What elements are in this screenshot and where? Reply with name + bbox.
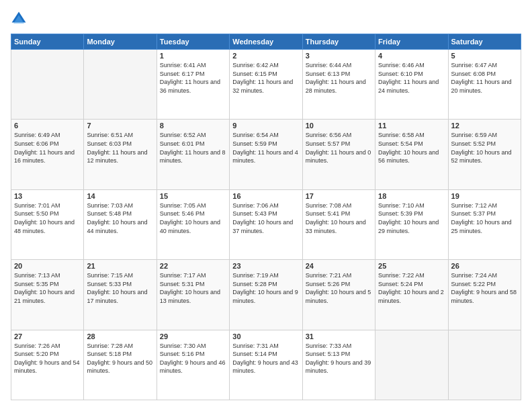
day-number: 22 <box>160 262 226 270</box>
calendar-cell: 19Sunrise: 7:12 AM Sunset: 5:37 PM Dayli… <box>448 189 521 259</box>
day-number: 26 <box>451 262 518 270</box>
day-number: 19 <box>451 192 518 200</box>
calendar-cell: 14Sunrise: 7:03 AM Sunset: 5:48 PM Dayli… <box>84 189 157 259</box>
calendar-cell <box>375 330 448 400</box>
day-info: Sunrise: 7:19 AM Sunset: 5:28 PM Dayligh… <box>232 271 299 305</box>
day-info: Sunrise: 7:17 AM Sunset: 5:31 PM Dayligh… <box>160 271 226 305</box>
day-info: Sunrise: 7:28 AM Sunset: 5:18 PM Dayligh… <box>87 342 153 375</box>
day-info: Sunrise: 6:59 AM Sunset: 5:52 PM Dayligh… <box>451 131 518 165</box>
day-info: Sunrise: 7:30 AM Sunset: 5:16 PM Dayligh… <box>160 342 226 375</box>
calendar-week-row: 27Sunrise: 7:26 AM Sunset: 5:20 PM Dayli… <box>11 330 521 400</box>
day-info: Sunrise: 6:54 AM Sunset: 5:59 PM Dayligh… <box>232 131 299 165</box>
calendar-cell <box>84 50 157 120</box>
day-info: Sunrise: 7:13 AM Sunset: 5:35 PM Dayligh… <box>14 271 81 305</box>
calendar-cell: 29Sunrise: 7:30 AM Sunset: 5:16 PM Dayli… <box>157 330 229 400</box>
day-info: Sunrise: 6:49 AM Sunset: 6:06 PM Dayligh… <box>14 131 81 165</box>
day-info: Sunrise: 6:56 AM Sunset: 5:57 PM Dayligh… <box>306 131 372 165</box>
day-info: Sunrise: 6:41 AM Sunset: 6:17 PM Dayligh… <box>160 61 226 95</box>
calendar-cell: 12Sunrise: 6:59 AM Sunset: 5:52 PM Dayli… <box>448 120 521 189</box>
day-info: Sunrise: 7:12 AM Sunset: 5:37 PM Dayligh… <box>451 201 518 235</box>
calendar-cell: 27Sunrise: 7:26 AM Sunset: 5:20 PM Dayli… <box>11 330 84 400</box>
calendar-cell: 6Sunrise: 6:49 AM Sunset: 6:06 PM Daylig… <box>11 120 84 189</box>
calendar-cell <box>448 330 521 400</box>
logo-icon <box>11 11 27 27</box>
calendar-cell: 18Sunrise: 7:10 AM Sunset: 5:39 PM Dayli… <box>375 189 448 259</box>
day-number: 5 <box>451 52 518 60</box>
day-number: 17 <box>306 192 372 200</box>
calendar-cell: 26Sunrise: 7:24 AM Sunset: 5:22 PM Dayli… <box>448 260 521 330</box>
day-number: 24 <box>306 262 372 270</box>
calendar-week-row: 20Sunrise: 7:13 AM Sunset: 5:35 PM Dayli… <box>11 260 521 330</box>
calendar-cell: 2Sunrise: 6:42 AM Sunset: 6:15 PM Daylig… <box>230 50 302 120</box>
header <box>11 11 521 27</box>
day-number: 2 <box>232 52 299 60</box>
day-info: Sunrise: 7:03 AM Sunset: 5:48 PM Dayligh… <box>87 201 153 235</box>
calendar-cell: 17Sunrise: 7:08 AM Sunset: 5:41 PM Dayli… <box>302 189 375 259</box>
calendar-cell: 10Sunrise: 6:56 AM Sunset: 5:57 PM Dayli… <box>302 120 375 189</box>
page: SundayMondayTuesdayWednesdayThursdayFrid… <box>0 0 532 411</box>
calendar-cell: 30Sunrise: 7:31 AM Sunset: 5:14 PM Dayli… <box>230 330 302 400</box>
calendar-cell: 5Sunrise: 6:47 AM Sunset: 6:08 PM Daylig… <box>448 50 521 120</box>
calendar-cell: 13Sunrise: 7:01 AM Sunset: 5:50 PM Dayli… <box>11 189 84 259</box>
calendar-cell: 28Sunrise: 7:28 AM Sunset: 5:18 PM Dayli… <box>84 330 157 400</box>
day-info: Sunrise: 6:51 AM Sunset: 6:03 PM Dayligh… <box>87 131 153 165</box>
calendar-cell <box>11 50 84 120</box>
calendar-cell: 4Sunrise: 6:46 AM Sunset: 6:10 PM Daylig… <box>375 50 448 120</box>
day-number: 21 <box>87 262 153 270</box>
day-info: Sunrise: 7:01 AM Sunset: 5:50 PM Dayligh… <box>14 201 81 235</box>
day-info: Sunrise: 7:22 AM Sunset: 5:24 PM Dayligh… <box>378 271 445 305</box>
day-info: Sunrise: 7:08 AM Sunset: 5:41 PM Dayligh… <box>306 201 372 235</box>
day-number: 28 <box>87 332 153 340</box>
calendar-table: SundayMondayTuesdayWednesdayThursdayFrid… <box>11 34 521 400</box>
day-number: 16 <box>232 192 299 200</box>
day-number: 12 <box>451 122 518 130</box>
calendar-cell: 31Sunrise: 7:33 AM Sunset: 5:13 PM Dayli… <box>302 330 375 400</box>
day-number: 14 <box>87 192 153 200</box>
day-number: 8 <box>160 122 226 130</box>
calendar-day-header: Friday <box>375 34 448 50</box>
day-number: 30 <box>232 332 299 340</box>
day-info: Sunrise: 7:33 AM Sunset: 5:13 PM Dayligh… <box>306 342 372 375</box>
calendar-day-header: Monday <box>84 34 157 50</box>
logo <box>11 11 30 27</box>
day-number: 7 <box>87 122 153 130</box>
calendar-cell: 24Sunrise: 7:21 AM Sunset: 5:26 PM Dayli… <box>302 260 375 330</box>
day-info: Sunrise: 7:21 AM Sunset: 5:26 PM Dayligh… <box>306 271 372 305</box>
day-number: 13 <box>14 192 81 200</box>
day-number: 23 <box>232 262 299 270</box>
day-info: Sunrise: 7:15 AM Sunset: 5:33 PM Dayligh… <box>87 271 153 305</box>
calendar-cell: 23Sunrise: 7:19 AM Sunset: 5:28 PM Dayli… <box>230 260 302 330</box>
day-info: Sunrise: 7:05 AM Sunset: 5:46 PM Dayligh… <box>160 201 226 235</box>
calendar-day-header: Tuesday <box>157 34 229 50</box>
day-info: Sunrise: 6:47 AM Sunset: 6:08 PM Dayligh… <box>451 61 518 95</box>
calendar-day-header: Wednesday <box>230 34 302 50</box>
day-number: 27 <box>14 332 81 340</box>
day-info: Sunrise: 6:42 AM Sunset: 6:15 PM Dayligh… <box>232 61 299 95</box>
day-info: Sunrise: 7:31 AM Sunset: 5:14 PM Dayligh… <box>232 342 299 375</box>
day-number: 10 <box>306 122 372 130</box>
day-number: 25 <box>378 262 445 270</box>
day-info: Sunrise: 7:10 AM Sunset: 5:39 PM Dayligh… <box>378 201 445 235</box>
calendar-day-header: Saturday <box>448 34 521 50</box>
day-number: 1 <box>160 52 226 60</box>
calendar-week-row: 1Sunrise: 6:41 AM Sunset: 6:17 PM Daylig… <box>11 50 521 120</box>
calendar-cell: 3Sunrise: 6:44 AM Sunset: 6:13 PM Daylig… <box>302 50 375 120</box>
calendar-day-header: Thursday <box>302 34 375 50</box>
day-number: 29 <box>160 332 226 340</box>
calendar-cell: 25Sunrise: 7:22 AM Sunset: 5:24 PM Dayli… <box>375 260 448 330</box>
calendar-cell: 7Sunrise: 6:51 AM Sunset: 6:03 PM Daylig… <box>84 120 157 189</box>
day-info: Sunrise: 6:44 AM Sunset: 6:13 PM Dayligh… <box>306 61 372 95</box>
calendar-header-row: SundayMondayTuesdayWednesdayThursdayFrid… <box>11 34 521 50</box>
calendar-cell: 21Sunrise: 7:15 AM Sunset: 5:33 PM Dayli… <box>84 260 157 330</box>
day-number: 3 <box>306 52 372 60</box>
day-info: Sunrise: 6:58 AM Sunset: 5:54 PM Dayligh… <box>378 131 445 165</box>
day-number: 18 <box>378 192 445 200</box>
day-number: 4 <box>378 52 445 60</box>
day-info: Sunrise: 6:52 AM Sunset: 6:01 PM Dayligh… <box>160 131 226 165</box>
calendar-cell: 8Sunrise: 6:52 AM Sunset: 6:01 PM Daylig… <box>157 120 229 189</box>
day-number: 11 <box>378 122 445 130</box>
calendar-cell: 11Sunrise: 6:58 AM Sunset: 5:54 PM Dayli… <box>375 120 448 189</box>
day-number: 9 <box>232 122 299 130</box>
day-info: Sunrise: 7:24 AM Sunset: 5:22 PM Dayligh… <box>451 271 518 305</box>
calendar-cell: 9Sunrise: 6:54 AM Sunset: 5:59 PM Daylig… <box>230 120 302 189</box>
